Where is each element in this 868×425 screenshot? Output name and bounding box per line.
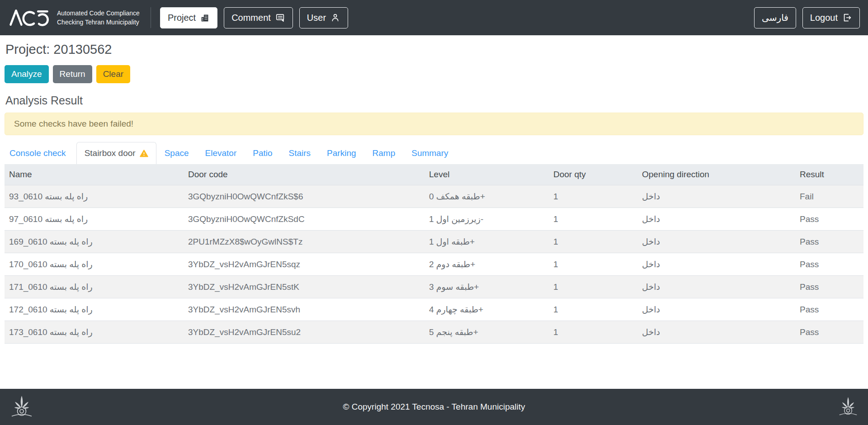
cell-door-code: 3YbDZ_vsH2vAmGJrEN5sqz — [184, 253, 425, 276]
brand-line1: Automated Code Compliance — [57, 9, 140, 18]
column-header: Name — [5, 164, 184, 185]
tab-label: Stairs — [289, 148, 311, 158]
tab-label: Parking — [327, 148, 356, 158]
tab-label: Console check — [9, 148, 66, 158]
tab-patio[interactable]: Patio — [245, 142, 280, 164]
comment-nav-label: Comment — [231, 13, 271, 23]
results-table: NameDoor codeLevelDoor qtyOpening direct… — [5, 164, 863, 344]
tab-ramp[interactable]: Ramp — [364, 142, 404, 164]
cell-opening-direction: داخل — [637, 185, 795, 208]
tab-label: Stairbox door — [85, 148, 136, 158]
cell-name: راه پله بسته 0610_171 — [5, 276, 184, 298]
cell-result: Fail — [795, 185, 863, 208]
navbar: Automated Code Compliance Checking Tehra… — [0, 0, 868, 35]
cell-name: راه پله بسته 0610_97 — [5, 208, 184, 231]
acc-logo-icon — [8, 8, 50, 28]
cell-name: راه پله بسته 0610_172 — [5, 298, 184, 321]
tab-summary[interactable]: Summary — [403, 142, 456, 164]
cell-door-code: 3YbDZ_vsH2vAmGJrEN5su2 — [184, 321, 425, 344]
tab-space[interactable]: Space — [156, 142, 197, 164]
tab-label: Patio — [253, 148, 272, 158]
tab-stairbox-door[interactable]: Stairbox door — [76, 142, 156, 164]
footer: © Copyright 2021 Tecnosa - Tehran Munici… — [0, 389, 868, 425]
column-header: Door code — [184, 164, 425, 185]
cell-result: Pass — [795, 321, 863, 344]
cell-level: طبقه همکف 0+ — [425, 185, 549, 208]
action-row: Analyze Return Clear — [5, 65, 863, 83]
brand-link[interactable]: Automated Code Compliance Checking Tehra… — [8, 8, 140, 28]
copyright-text: © Copyright 2021 Tecnosa - Tehran Munici… — [343, 402, 525, 412]
column-header: Door qty — [549, 164, 637, 185]
tab-label: Ramp — [373, 148, 396, 158]
analyze-button[interactable]: Analyze — [5, 65, 49, 83]
brand-line2: Checking Tehran Municipality — [57, 18, 140, 27]
table-body: راه پله بسته 0610_933GQbyzniH0OwQWCnfZkS… — [5, 185, 863, 344]
building-icon — [200, 13, 210, 23]
cell-name: راه پله بسته 0610_169 — [5, 231, 184, 253]
cell-door-qty: 1 — [549, 231, 637, 253]
comment-nav-button[interactable]: Comment — [224, 7, 293, 28]
table-row: راه پله بسته 0610_1723YbDZ_vsH2vAmGJrEN5… — [5, 298, 863, 321]
cell-result: Pass — [795, 253, 863, 276]
cell-level: طبقه پنجم 5+ — [425, 321, 549, 344]
user-nav-button[interactable]: User — [299, 7, 348, 28]
cell-level: طبقه سوم 3+ — [425, 276, 549, 298]
language-button[interactable]: فارسی — [754, 7, 796, 28]
project-nav-label: Project — [168, 13, 196, 23]
cell-door-qty: 1 — [549, 321, 637, 344]
cell-door-qty: 1 — [549, 208, 637, 231]
cell-door-code: 2PU1rMZzX8$wOyGwlNS$Tz — [184, 231, 425, 253]
table-row: راه پله بسته 0610_973GQbyzniH0OwQWCnfZkS… — [5, 208, 863, 231]
warning-icon — [140, 149, 148, 158]
tab-elevator[interactable]: Elevator — [197, 142, 245, 164]
table-row: راه پله بسته 0610_1733YbDZ_vsH2vAmGJrEN5… — [5, 321, 863, 344]
table-header-row: NameDoor codeLevelDoor qtyOpening direct… — [5, 164, 863, 185]
cell-result: Pass — [795, 276, 863, 298]
logout-label: Logout — [810, 13, 838, 23]
warning-alert: Some checks have been failed! — [5, 113, 863, 135]
cell-door-qty: 1 — [549, 276, 637, 298]
navbar-divider — [151, 7, 151, 28]
page-title: Project: 20130562 — [5, 42, 863, 57]
table-row: راه پله بسته 0610_933GQbyzniH0OwQWCnfZkS… — [5, 185, 863, 208]
cell-name: راه پله بسته 0610_93 — [5, 185, 184, 208]
cell-opening-direction: داخل — [637, 276, 795, 298]
clear-button[interactable]: Clear — [96, 65, 130, 83]
cell-door-code: 3YbDZ_vsH2vAmGJrEN5svh — [184, 298, 425, 321]
project-nav-button[interactable]: Project — [160, 7, 217, 28]
tehran-municipality-logo-right — [835, 393, 861, 421]
cell-result: Pass — [795, 208, 863, 231]
tehran-municipality-logo-left — [7, 392, 36, 423]
tab-console-check[interactable]: Console check — [5, 142, 76, 164]
cell-name: راه پله بسته 0610_170 — [5, 253, 184, 276]
cell-opening-direction: داخل — [637, 208, 795, 231]
cell-result: Pass — [795, 298, 863, 321]
tab-label: Summary — [411, 148, 448, 158]
navbar-menu: ProjectCommentUser — [160, 7, 348, 28]
column-header: Opening direction — [637, 164, 795, 185]
column-header: Result — [795, 164, 863, 185]
table-header: NameDoor codeLevelDoor qtyOpening direct… — [5, 164, 863, 185]
tab-stairs[interactable]: Stairs — [281, 142, 319, 164]
tab-parking[interactable]: Parking — [319, 142, 364, 164]
cell-opening-direction: داخل — [637, 298, 795, 321]
user-icon — [330, 13, 340, 23]
logout-button[interactable]: Logout — [802, 7, 860, 28]
tab-label: Space — [165, 148, 189, 158]
cell-result: Pass — [795, 231, 863, 253]
table-row: راه پله بسته 0610_1692PU1rMZzX8$wOyGwlNS… — [5, 231, 863, 253]
cell-level: طبقه چهارم 4+ — [425, 298, 549, 321]
cell-opening-direction: داخل — [637, 231, 795, 253]
cell-door-code: 3GQbyzniH0OwQWCnfZkSdC — [184, 208, 425, 231]
table-row: راه پله بسته 0610_1713YbDZ_vsH2vAmGJrEN5… — [5, 276, 863, 298]
comment-icon — [275, 13, 285, 23]
cell-opening-direction: داخل — [637, 321, 795, 344]
analysis-result-heading: Analysis Result — [5, 94, 863, 107]
column-header: Level — [425, 164, 549, 185]
cell-door-qty: 1 — [549, 185, 637, 208]
cell-level: طبقه اول 1+ — [425, 231, 549, 253]
cell-name: راه پله بسته 0610_173 — [5, 321, 184, 344]
return-button[interactable]: Return — [53, 65, 92, 83]
logout-icon — [842, 13, 852, 23]
cell-door-qty: 1 — [549, 298, 637, 321]
